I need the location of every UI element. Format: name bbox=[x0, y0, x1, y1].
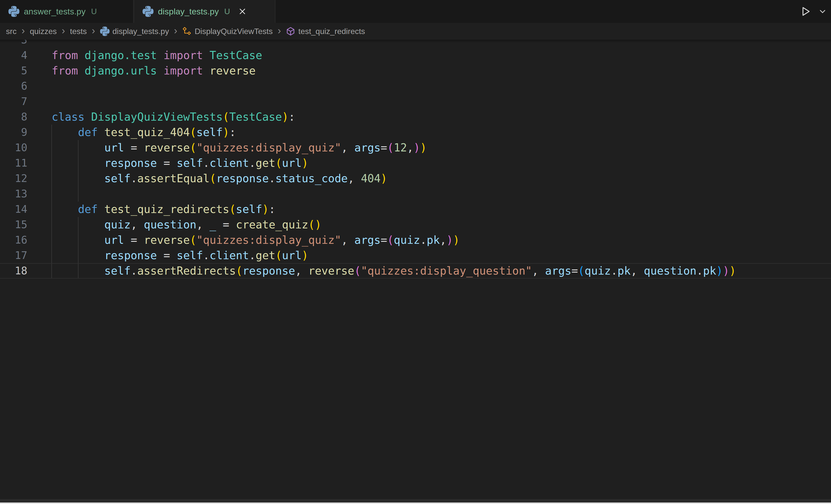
breadcrumb-item-class[interactable]: DisplayQuizViewTests bbox=[182, 27, 273, 36]
code-line-text: self.assertEqual(response.status_code, 4… bbox=[27, 171, 387, 186]
breadcrumb-item-tests[interactable]: tests bbox=[70, 27, 87, 36]
code-line[interactable]: 14 def test_quiz_redirects(self): bbox=[0, 202, 831, 217]
line-number[interactable]: 10 bbox=[0, 140, 27, 155]
editor-actions bbox=[799, 0, 827, 23]
git-untracked-badge: U bbox=[91, 7, 97, 16]
code-line[interactable]: 12 self.assertEqual(response.status_code… bbox=[0, 171, 831, 186]
line-number[interactable]: 14 bbox=[0, 202, 27, 217]
code-line[interactable]: 11 response = self.client.get(url) bbox=[0, 155, 831, 171]
breadcrumb-item-quizzes[interactable]: quizzes bbox=[30, 27, 57, 36]
code-line-text: def test_quiz_404(self): bbox=[27, 125, 236, 140]
close-icon[interactable] bbox=[237, 6, 248, 17]
line-number[interactable]: 17 bbox=[0, 248, 27, 263]
taskbar-edge bbox=[0, 503, 831, 504]
code-line-text: url = reverse("quizzes:display_quiz", ar… bbox=[27, 232, 460, 248]
code-line-text: response = self.client.get(url) bbox=[27, 155, 308, 171]
breadcrumb-item-src[interactable]: src bbox=[6, 27, 17, 36]
code-line-text: response = self.client.get(url) bbox=[27, 248, 308, 263]
line-number[interactable]: 11 bbox=[0, 155, 27, 171]
code-line-text: quiz, question, _ = create_quiz() bbox=[27, 217, 321, 232]
code-line[interactable]: 17 response = self.client.get(url) bbox=[0, 248, 831, 263]
run-dropdown-chevron-icon[interactable] bbox=[819, 7, 827, 16]
code-line-text: from django.test import TestCase bbox=[27, 48, 262, 63]
git-untracked-badge: U bbox=[224, 7, 230, 16]
line-number[interactable]: 3 bbox=[0, 40, 27, 48]
line-number[interactable]: 16 bbox=[0, 232, 27, 248]
window-bottom-band bbox=[0, 499, 831, 503]
code-line[interactable]: 5from django.urls import reverse bbox=[0, 63, 831, 79]
class-icon bbox=[182, 27, 192, 36]
code-editor[interactable]: 34from django.test import TestCase5from … bbox=[0, 40, 831, 499]
line-number[interactable]: 6 bbox=[0, 79, 27, 94]
tab-label: display_tests.py bbox=[158, 7, 219, 17]
breadcrumb-separator: › bbox=[170, 25, 181, 38]
line-number[interactable]: 18 bbox=[0, 263, 27, 278]
run-python-file-button[interactable] bbox=[799, 5, 812, 18]
line-number[interactable]: 4 bbox=[0, 48, 27, 63]
code-line[interactable]: 16 url = reverse("quizzes:display_quiz",… bbox=[0, 232, 831, 248]
code-line-text: url = reverse("quizzes:display_quiz", ar… bbox=[27, 140, 427, 155]
python-icon bbox=[8, 6, 19, 17]
python-icon bbox=[143, 6, 153, 17]
code-line[interactable]: 8class DisplayQuizViewTests(TestCase): bbox=[0, 109, 831, 125]
code-line[interactable]: 6 bbox=[0, 79, 831, 94]
method-icon bbox=[286, 27, 295, 36]
code-line[interactable]: 13 bbox=[0, 186, 831, 202]
breadcrumb-item-method[interactable]: test_quiz_redirects bbox=[286, 27, 365, 36]
code-line-text: def test_quiz_redirects(self): bbox=[27, 202, 276, 217]
tab-label: answer_tests.py bbox=[24, 7, 86, 17]
line-number[interactable]: 12 bbox=[0, 171, 27, 186]
code-line[interactable]: 4from django.test import TestCase bbox=[0, 48, 831, 63]
breadcrumb: src › quizzes › tests › display_tests.py… bbox=[0, 23, 831, 40]
code-line[interactable]: 7 bbox=[0, 94, 831, 109]
line-number[interactable]: 15 bbox=[0, 217, 27, 232]
vscode-window: answer_tests.py U display_tests.py U bbox=[0, 0, 831, 504]
python-icon bbox=[100, 27, 110, 36]
breadcrumb-item-file[interactable]: display_tests.py bbox=[100, 27, 169, 36]
breadcrumb-separator: › bbox=[58, 25, 69, 38]
code-line-text: self.assertRedirects(response, reverse("… bbox=[27, 263, 736, 278]
line-number[interactable]: 9 bbox=[0, 125, 27, 140]
code-line[interactable]: 3 bbox=[0, 40, 831, 48]
code-line-current[interactable]: 18 self.assertRedirects(response, revers… bbox=[0, 263, 831, 278]
line-number[interactable]: 8 bbox=[0, 109, 27, 125]
editor-tab-bar: answer_tests.py U display_tests.py U bbox=[0, 0, 831, 23]
line-number[interactable]: 7 bbox=[0, 94, 27, 109]
code-line-text: from django.urls import reverse bbox=[27, 63, 256, 79]
code-line[interactable]: 10 url = reverse("quizzes:display_quiz",… bbox=[0, 140, 831, 155]
code-line[interactable]: 9 def test_quiz_404(self): bbox=[0, 125, 831, 140]
line-number[interactable]: 13 bbox=[0, 186, 27, 202]
breadcrumb-separator: › bbox=[18, 25, 29, 38]
code-line-text: class DisplayQuizViewTests(TestCase): bbox=[27, 109, 295, 125]
tab-answer-tests[interactable]: answer_tests.py U bbox=[0, 0, 134, 23]
code-line[interactable]: 15 quiz, question, _ = create_quiz() bbox=[0, 217, 831, 232]
line-number[interactable]: 5 bbox=[0, 63, 27, 79]
tab-display-tests[interactable]: display_tests.py U bbox=[134, 0, 276, 23]
breadcrumb-separator: › bbox=[274, 25, 285, 38]
code-lines: 34from django.test import TestCase5from … bbox=[0, 40, 831, 278]
breadcrumb-separator: › bbox=[88, 25, 99, 38]
